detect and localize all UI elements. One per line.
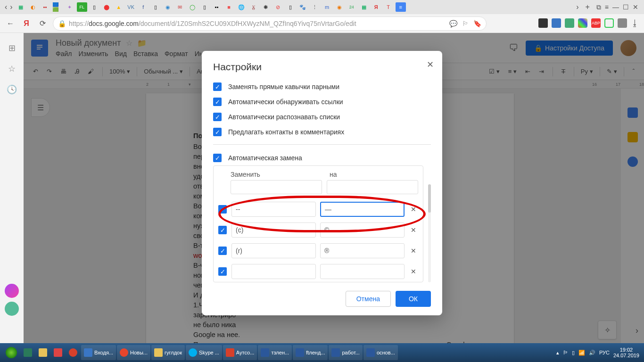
- row-checkbox[interactable]: ✓: [218, 267, 227, 276]
- tab-icon[interactable]: ⊘: [273, 2, 283, 12]
- ext-icon[interactable]: [578, 18, 587, 28]
- tab-prev-icon[interactable]: ‹: [5, 3, 7, 11]
- apps-icon[interactable]: ⊞: [6, 42, 17, 54]
- option-smart-quotes[interactable]: ✓ Заменять прямые кавычки парными: [213, 79, 431, 94]
- history-icon[interactable]: 🕓: [6, 84, 17, 95]
- ext-icon[interactable]: [565, 18, 574, 28]
- replace-from-input[interactable]: [231, 222, 316, 238]
- back-button[interactable]: ←: [5, 18, 16, 29]
- minimize-icon[interactable]: —: [612, 3, 619, 11]
- option-suggest-contacts[interactable]: ✓ Предлагать контакты в комментариях: [213, 124, 431, 140]
- delete-row-button[interactable]: ✕: [409, 206, 418, 213]
- taskbar-app[interactable]: тзлен...: [258, 345, 292, 360]
- tab-icon[interactable]: 24: [347, 2, 357, 12]
- taskbar-app[interactable]: Skype ...: [186, 345, 222, 360]
- tray-up-icon[interactable]: ▴: [556, 350, 559, 356]
- tab-icon[interactable]: 🐾: [297, 2, 308, 12]
- url-box[interactable]: 🔒 https://docs.google.com/document/d/1Z0…: [53, 16, 487, 31]
- volume-icon[interactable]: 🔊: [589, 350, 595, 356]
- ext-icon[interactable]: [538, 18, 548, 28]
- tab-icon[interactable]: 🟦🟩: [52, 2, 63, 12]
- checkbox-checked-icon[interactable]: ✓: [213, 98, 222, 106]
- replace-from-input[interactable]: [231, 243, 316, 258]
- tab-icon[interactable]: f: [138, 2, 149, 12]
- network-icon[interactable]: 📶: [578, 350, 585, 356]
- yandex-button[interactable]: Я: [21, 18, 32, 29]
- pinned-app[interactable]: [51, 345, 65, 360]
- checkbox-checked-icon[interactable]: ✓: [213, 154, 222, 162]
- ext-icon[interactable]: [552, 18, 561, 28]
- alice-icon[interactable]: [5, 284, 19, 298]
- pinned-app[interactable]: [36, 345, 50, 360]
- table-scrollbar[interactable]: [428, 184, 431, 282]
- close-icon[interactable]: ✕: [633, 3, 638, 11]
- modal-close-button[interactable]: ✕: [427, 59, 434, 70]
- row-checkbox[interactable]: ✓: [218, 205, 227, 214]
- translate-icon[interactable]: 🏳: [462, 20, 469, 27]
- cancel-button[interactable]: Отмена: [346, 291, 391, 307]
- tab-scroll-right-icon[interactable]: ›: [573, 3, 581, 11]
- replace-to-input[interactable]: [320, 243, 405, 258]
- taskbar-app[interactable]: ftленд...: [293, 345, 328, 360]
- battery-icon[interactable]: ▯: [572, 350, 575, 356]
- tab-icon[interactable]: ◯: [187, 2, 198, 12]
- menu-icon[interactable]: ≡: [605, 3, 609, 11]
- panel-icon[interactable]: ⧉: [596, 3, 601, 11]
- tab-icon[interactable]: ⋮: [310, 2, 320, 12]
- taskbar-app[interactable]: гуглдок: [151, 345, 185, 360]
- assistant-icon[interactable]: [5, 302, 19, 316]
- tab-icon[interactable]: 🌐: [236, 2, 247, 12]
- tab-icon[interactable]: ⬤: [101, 2, 112, 12]
- checkbox-checked-icon[interactable]: ✓: [213, 128, 222, 136]
- tab-icon[interactable]: ▯: [150, 2, 161, 12]
- chat-icon[interactable]: 💬: [449, 20, 457, 27]
- clock[interactable]: 19:02 24.07.2019: [613, 347, 639, 358]
- tab-icon[interactable]: m: [322, 2, 332, 12]
- row-checkbox[interactable]: ✓: [218, 247, 227, 255]
- taskbar-app[interactable]: работ...: [329, 345, 362, 360]
- new-replace-from[interactable]: [231, 180, 322, 194]
- tab-icon[interactable]: Ꙋ: [248, 2, 259, 12]
- tab-icon[interactable]: ◉: [334, 2, 345, 12]
- checkbox-checked-icon[interactable]: ✓: [213, 113, 222, 121]
- ext-icon[interactable]: [618, 18, 627, 28]
- delete-row-button[interactable]: ✕: [409, 268, 418, 275]
- taskbar-app[interactable]: Новы...: [117, 345, 150, 360]
- bookmark-icon[interactable]: 🔖: [473, 20, 481, 27]
- tab-icon[interactable]: FL: [77, 2, 87, 12]
- row-checkbox[interactable]: ✓: [218, 226, 227, 234]
- tab-icon[interactable]: ◉: [163, 2, 173, 12]
- maximize-icon[interactable]: ☐: [623, 3, 629, 11]
- ok-button[interactable]: ОК: [396, 291, 431, 307]
- reload-button[interactable]: ⟳: [37, 18, 48, 29]
- taskbar-app[interactable]: Входя...: [81, 345, 116, 360]
- taskbar-app[interactable]: Аутсо...: [223, 345, 257, 360]
- replace-from-input[interactable]: [231, 202, 316, 217]
- tab-icon[interactable]: VK: [126, 2, 136, 12]
- tab-next-icon[interactable]: ›: [10, 3, 12, 11]
- option-detect-links[interactable]: ✓ Автоматически обнаруживать ссылки: [213, 94, 431, 109]
- tab-icon[interactable]: T: [383, 2, 394, 12]
- replace-from-input[interactable]: [231, 264, 316, 279]
- delete-row-button[interactable]: ✕: [409, 247, 418, 255]
- ext-icon[interactable]: ABP: [591, 18, 601, 28]
- tab-icon[interactable]: ▯: [199, 2, 210, 12]
- download-icon[interactable]: ⭳: [631, 18, 639, 28]
- start-button[interactable]: [3, 345, 20, 360]
- delete-row-button[interactable]: ✕: [409, 226, 418, 234]
- tab-icon[interactable]: ■: [224, 2, 234, 12]
- tab-icon[interactable]: Я: [371, 2, 381, 12]
- star-icon[interactable]: ☆: [6, 63, 17, 74]
- pinned-app[interactable]: [21, 345, 35, 360]
- tab-icon[interactable]: ◐: [28, 2, 38, 12]
- new-tab-icon[interactable]: +: [582, 3, 592, 11]
- tab-icon[interactable]: ▦: [359, 2, 369, 12]
- taskbar-app[interactable]: основ...: [363, 345, 398, 360]
- tab-icon[interactable]: ▪▪: [40, 2, 50, 12]
- tab-icon[interactable]: ✦: [65, 2, 75, 12]
- replace-to-input[interactable]: [320, 222, 405, 238]
- flag-icon[interactable]: 🏳: [563, 350, 568, 355]
- replace-to-input[interactable]: [320, 264, 405, 279]
- lang-indicator[interactable]: РУС: [599, 350, 610, 355]
- new-replace-to[interactable]: [327, 180, 418, 194]
